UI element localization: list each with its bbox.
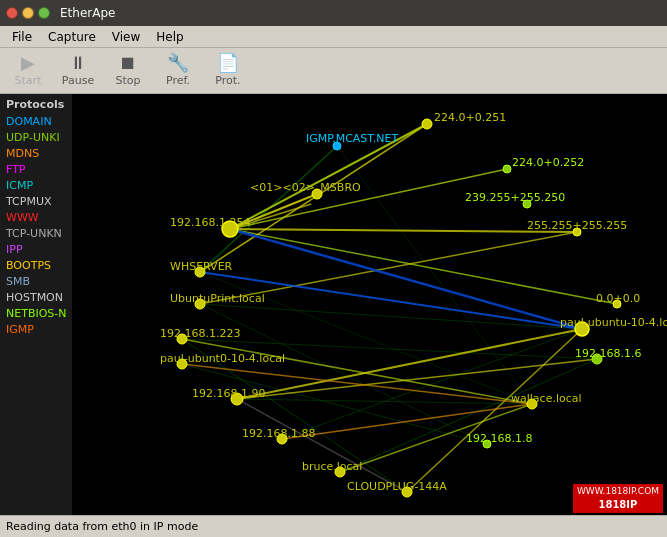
svg-point-31 xyxy=(422,119,432,129)
svg-line-25 xyxy=(407,329,582,492)
stop-label: Stop xyxy=(115,74,140,87)
svg-line-7 xyxy=(200,304,582,329)
svg-text:192.168.1.6: 192.168.1.6 xyxy=(575,347,641,360)
svg-line-18 xyxy=(230,229,617,304)
protocol-item-icmp[interactable]: ICMP xyxy=(6,178,66,193)
svg-text:192.168.1.88: 192.168.1.88 xyxy=(242,427,315,440)
menu-view[interactable]: View xyxy=(104,28,148,46)
protocol-item-smb[interactable]: SMB xyxy=(6,274,66,289)
network-graph: 224.0+0.251 IGMP.MCAST.NET 224.0+0.252 <… xyxy=(72,94,667,515)
watermark-url: WWW.1818IP.COM xyxy=(577,486,659,498)
svg-text:192.168.1.8: 192.168.1.8 xyxy=(466,432,532,445)
pause-label: Pause xyxy=(62,74,94,87)
svg-text:239.255+255.250: 239.255+255.250 xyxy=(465,191,565,204)
protocols-heading: Protocols xyxy=(6,98,66,111)
svg-text:192.168.1.223: 192.168.1.223 xyxy=(160,327,240,340)
window-controls xyxy=(6,7,50,19)
svg-text:224.0+0.252: 224.0+0.252 xyxy=(512,156,584,169)
titlebar: EtherApe xyxy=(0,0,667,26)
protocol-item-tcpmux[interactable]: TCPMUX xyxy=(6,194,66,209)
network-canvas: 224.0+0.251 IGMP.MCAST.NET 224.0+0.252 <… xyxy=(72,94,667,515)
pause-button[interactable]: ⏸ Pause xyxy=(54,51,102,91)
close-button[interactable] xyxy=(6,7,18,19)
start-icon: ▶ xyxy=(21,54,35,72)
main-area: Protocols DOMAINUDP-UNKIMDNSFTPICMPTCPMU… xyxy=(0,94,667,515)
svg-text:IGMP.MCAST.NET: IGMP.MCAST.NET xyxy=(306,132,398,145)
start-button[interactable]: ▶ Start xyxy=(4,51,52,91)
svg-line-17 xyxy=(230,229,577,232)
minimize-button[interactable] xyxy=(22,7,34,19)
watermark-code: 1818IP xyxy=(577,498,659,511)
protocol-item-domain[interactable]: DOMAIN xyxy=(6,114,66,129)
protocol-sidebar: Protocols DOMAINUDP-UNKIMDNSFTPICMPTCPMU… xyxy=(0,94,72,515)
svg-point-33 xyxy=(503,165,511,173)
prot-button[interactable]: 📄 Prot. xyxy=(204,51,252,91)
protocol-item-hostmon[interactable]: HOSTMON xyxy=(6,290,66,305)
menubar: File Capture View Help xyxy=(0,26,667,48)
svg-line-30 xyxy=(237,399,407,492)
pref-icon: 🔧 xyxy=(167,54,189,72)
menu-capture[interactable]: Capture xyxy=(40,28,104,46)
prot-icon: 📄 xyxy=(217,54,239,72)
svg-text:bruce.local: bruce.local xyxy=(302,460,362,473)
svg-text:WHSERVER: WHSERVER xyxy=(170,260,233,273)
protocol-item-ftp[interactable]: FTP xyxy=(6,162,66,177)
svg-text:paul-ubunt0-10-4.local: paul-ubunt0-10-4.local xyxy=(160,352,285,365)
svg-line-26 xyxy=(230,229,582,329)
svg-text:<01><02>_MSBRO: <01><02>_MSBRO xyxy=(250,181,361,194)
svg-text:224.0+0.251: 224.0+0.251 xyxy=(434,111,506,124)
svg-text:255.255+255.255: 255.255+255.255 xyxy=(527,219,627,232)
svg-text:wallace.local: wallace.local xyxy=(511,392,582,405)
protocol-item-netbios-n[interactable]: NETBIOS-N xyxy=(6,306,66,321)
pref-label: Pref. xyxy=(166,74,190,87)
watermark: WWW.1818IP.COM 1818IP xyxy=(573,484,663,513)
protocol-item-bootps[interactable]: BOOTPS xyxy=(6,258,66,273)
stop-button[interactable]: ⏹ Stop xyxy=(104,51,152,91)
menu-file[interactable]: File xyxy=(4,28,40,46)
protocol-item-udp-unki[interactable]: UDP-UNKI xyxy=(6,130,66,145)
svg-text:0.0+0.0: 0.0+0.0 xyxy=(596,292,640,305)
menu-help[interactable]: Help xyxy=(148,28,191,46)
statusbar: Reading data from eth0 in IP mode xyxy=(0,515,667,537)
status-text: Reading data from eth0 in IP mode xyxy=(6,520,198,533)
pref-button[interactable]: 🔧 Pref. xyxy=(154,51,202,91)
svg-text:UbuntuPrint.local: UbuntuPrint.local xyxy=(170,292,265,305)
protocol-item-ipp[interactable]: IPP xyxy=(6,242,66,257)
protocol-item-tcp-unkn[interactable]: TCP-UNKN xyxy=(6,226,66,241)
protocol-item-igmp[interactable]: IGMP xyxy=(6,322,66,337)
svg-text:paul-ubuntu-10-4.local: paul-ubuntu-10-4.local xyxy=(560,316,667,329)
start-label: Start xyxy=(15,74,42,87)
pause-icon: ⏸ xyxy=(69,54,87,72)
toolbar: ▶ Start ⏸ Pause ⏹ Stop 🔧 Pref. 📄 Prot. xyxy=(0,48,667,94)
protocol-item-mdns[interactable]: MDNS xyxy=(6,146,66,161)
svg-text:192.168.1.90: 192.168.1.90 xyxy=(192,387,265,400)
svg-text:CLOUDPLUG-144A: CLOUDPLUG-144A xyxy=(347,480,447,493)
svg-line-12 xyxy=(200,304,487,444)
prot-label: Prot. xyxy=(215,74,240,87)
stop-icon: ⏹ xyxy=(119,54,137,72)
protocol-item-www[interactable]: WWW xyxy=(6,210,66,225)
maximize-button[interactable] xyxy=(38,7,50,19)
window-title: EtherApe xyxy=(60,6,115,20)
svg-text:192.168.1.254: 192.168.1.254 xyxy=(170,216,250,229)
